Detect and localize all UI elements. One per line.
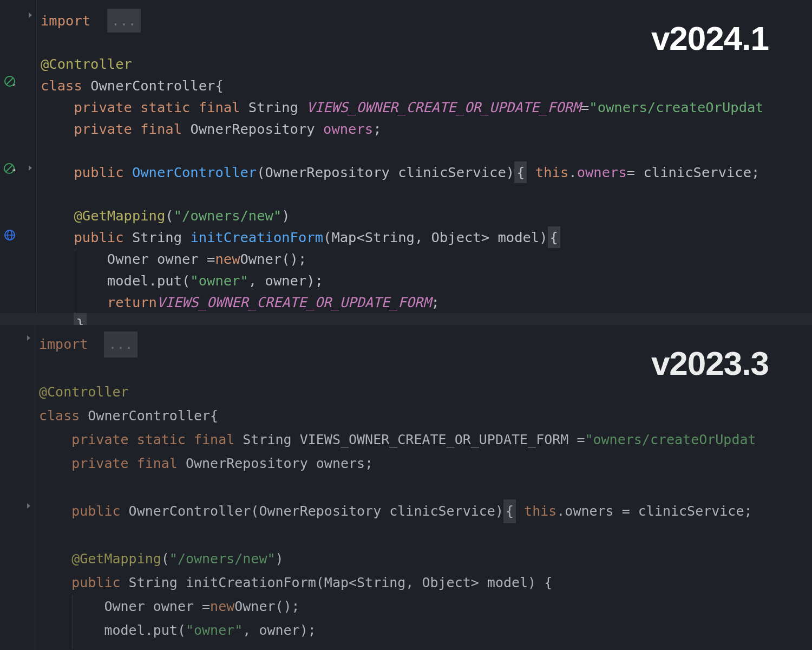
code-line[interactable]: public OwnerController(OwnerRepository c… bbox=[41, 161, 812, 183]
code-line[interactable]: public String initCreationForm(Map<Strin… bbox=[41, 226, 812, 248]
code-line[interactable]: public String initCreationForm(Map<Strin… bbox=[39, 571, 756, 595]
code-line[interactable]: @Controller bbox=[39, 380, 756, 404]
editor-panel-top: v2024.1 import ... @Controller class Own… bbox=[0, 0, 812, 325]
code-line[interactable]: class OwnerController { bbox=[41, 75, 812, 96]
version-label-bottom: v2023.3 bbox=[651, 344, 769, 382]
code-line[interactable]: private final OwnerRepository owners; bbox=[39, 452, 756, 476]
fold-arrow-icon[interactable] bbox=[24, 502, 33, 510]
version-label-top: v2024.1 bbox=[651, 19, 769, 57]
fold-arrow-icon[interactable] bbox=[26, 164, 35, 172]
inspection-icon[interactable] bbox=[3, 75, 16, 88]
nav-icon[interactable] bbox=[3, 162, 16, 176]
editor-panel-bottom: v2023.3 import ... @Controller class Own… bbox=[0, 325, 812, 650]
svg-line-3 bbox=[6, 165, 12, 172]
code-line[interactable]: model.put("owner", owner); bbox=[39, 619, 756, 642]
code-area-bottom[interactable]: import ... @Controller class OwnerContro… bbox=[39, 333, 756, 642]
code-line[interactable]: Owner owner = new Owner(); bbox=[39, 595, 756, 619]
gutter-bottom bbox=[0, 325, 35, 650]
code-line[interactable]: private static final String VIEWS_OWNER_… bbox=[41, 96, 812, 118]
code-line[interactable]: return VIEWS_OWNER_CREATE_OR_UPDATE_FORM… bbox=[41, 291, 812, 313]
fold-arrow-icon[interactable] bbox=[24, 334, 33, 342]
code-line-current[interactable]: } bbox=[0, 313, 812, 325]
code-line[interactable]: private final OwnerRepository owners; bbox=[41, 118, 812, 140]
folded-region[interactable]: ... bbox=[104, 332, 137, 358]
folded-region[interactable]: ... bbox=[107, 9, 141, 32]
code-line[interactable]: class OwnerController { bbox=[39, 404, 756, 428]
code-line[interactable]: private static final String VIEWS_OWNER_… bbox=[39, 428, 756, 452]
fold-arrow-icon[interactable] bbox=[26, 11, 35, 20]
web-endpoint-icon[interactable] bbox=[3, 229, 16, 242]
code-line[interactable]: Owner owner = new Owner(); bbox=[41, 248, 812, 270]
code-line[interactable]: @GetMapping("/owners/new") bbox=[41, 205, 812, 226]
svg-line-1 bbox=[6, 78, 13, 84]
code-line[interactable]: model.put("owner", owner); bbox=[41, 270, 812, 291]
code-line[interactable]: import ... bbox=[39, 333, 756, 356]
code-line[interactable]: @GetMapping("/owners/new") bbox=[39, 547, 756, 571]
code-line[interactable]: public OwnerController(OwnerRepository c… bbox=[39, 499, 756, 523]
gutter-top bbox=[0, 0, 37, 325]
